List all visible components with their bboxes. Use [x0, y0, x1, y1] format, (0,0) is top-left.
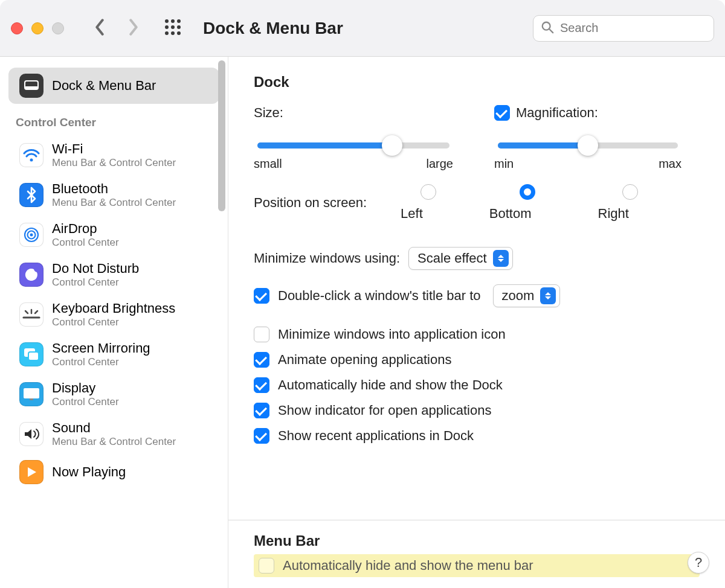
sidebar-item-sound[interactable]: SoundMenu Bar & Control Center	[8, 414, 219, 454]
size-max-label: large	[427, 157, 453, 171]
radio-option-bottom[interactable]: Bottom	[489, 184, 566, 222]
sidebar: Dock & Menu Bar Control Center Wi-FiMenu…	[0, 57, 228, 588]
screen-mirroring-icon	[19, 342, 44, 366]
main-panel: Dock Size: small large	[228, 57, 725, 588]
dock-menubar-icon	[19, 74, 44, 98]
dock-option-row: Animate opening applications	[254, 352, 700, 368]
svg-point-4	[171, 25, 175, 29]
sidebar-item-screen-mirroring[interactable]: Screen MirroringControl Center	[8, 334, 219, 374]
svg-point-1	[171, 19, 175, 23]
sidebar-item-bluetooth[interactable]: BluetoothMenu Bar & Control Center	[8, 175, 219, 215]
radio-bottom[interactable]	[520, 184, 535, 200]
sidebar-item-airdrop[interactable]: AirDropControl Center	[8, 215, 219, 255]
minimize-effect-dropdown[interactable]: Scale effect	[408, 247, 513, 270]
search-text[interactable]	[560, 21, 706, 35]
radio-right[interactable]	[622, 184, 638, 200]
forward-icon[interactable]	[127, 19, 140, 38]
svg-point-0	[165, 19, 169, 23]
magnification-slider-thumb[interactable]	[578, 135, 598, 156]
sidebar-item-sublabel: Menu Bar & Control Center	[52, 157, 176, 169]
svg-point-16	[30, 234, 33, 237]
size-slider[interactable]	[257, 142, 450, 149]
dock-section-title: Dock	[254, 74, 700, 91]
position-label: Position on screen:	[254, 195, 367, 211]
sidebar-item-dock-menubar[interactable]: Dock & Menu Bar	[8, 68, 219, 104]
help-button[interactable]: ?	[688, 552, 709, 574]
svg-point-2	[177, 19, 181, 23]
svg-point-13	[30, 159, 33, 162]
magnification-slider-group: Magnification: min max	[494, 105, 682, 171]
magnification-label: Magnification:	[516, 105, 598, 121]
now-playing-icon	[19, 460, 44, 484]
radio-left[interactable]	[420, 184, 436, 200]
dock-option-label: Animate opening applications	[278, 352, 451, 368]
sidebar-item-label: Bluetooth	[52, 181, 176, 197]
auto-hide-menubar-checkbox[interactable]	[259, 558, 274, 574]
page-title: Dock & Menu Bar	[203, 19, 343, 38]
dock-option-row: Automatically hide and show the Dock	[254, 377, 700, 393]
titlebar-action-value: zoom	[502, 288, 535, 304]
dock-option-row: Minimize windows into application icon	[254, 327, 700, 342]
svg-point-5	[177, 25, 181, 29]
size-min-label: small	[254, 157, 282, 171]
magnification-slider[interactable]	[498, 142, 678, 149]
preferences-window: Dock & Menu Bar Dock & Menu Bar Control …	[0, 0, 725, 588]
radio-label: Bottom	[489, 206, 532, 222]
dock-option-checkbox[interactable]	[254, 377, 269, 393]
sidebar-group-label: Control Center	[8, 104, 219, 135]
auto-hide-menubar-row: Automatically hide and show the menu bar	[254, 554, 700, 577]
dock-option-checkbox[interactable]	[254, 352, 269, 368]
zoom-icon[interactable]	[52, 22, 64, 34]
sidebar-item-label: Screen Mirroring	[52, 340, 150, 356]
minimize-windows-label: Minimize windows using:	[254, 251, 400, 266]
svg-line-19	[35, 311, 37, 313]
minimize-icon[interactable]	[31, 22, 44, 34]
sidebar-item-display[interactable]: DisplayControl Center	[8, 374, 219, 414]
scrollbar[interactable]	[218, 60, 225, 211]
magnification-checkbox[interactable]	[494, 105, 510, 121]
window-controls	[11, 22, 64, 34]
dock-option-label: Minimize windows into application icon	[278, 327, 506, 342]
sidebar-item-sublabel: Menu Bar & Control Center	[52, 197, 176, 209]
show-all-icon[interactable]	[164, 19, 181, 38]
menubar-section-title: Menu Bar	[254, 532, 700, 549]
titlebar-action-dropdown[interactable]: zoom	[493, 284, 561, 307]
sound-icon	[19, 422, 44, 446]
dock-option-checkbox[interactable]	[254, 428, 269, 444]
help-icon: ?	[695, 555, 702, 570]
dock-option-label: Automatically hide and show the Dock	[278, 377, 503, 393]
close-icon[interactable]	[11, 22, 23, 34]
titlebar-doubleclick-checkbox[interactable]	[254, 288, 269, 304]
dock-option-checkbox[interactable]	[254, 403, 269, 418]
mag-min-label: min	[494, 157, 514, 171]
svg-rect-22	[28, 352, 39, 360]
dock-option-label: Show recent applications in Dock	[278, 428, 474, 444]
back-icon[interactable]	[93, 19, 106, 38]
svg-line-18	[25, 311, 28, 313]
bluetooth-icon	[19, 183, 44, 207]
radio-option-right[interactable]: Right	[598, 184, 663, 222]
titlebar-doubleclick-row: Double-click a window's title bar to zoo…	[254, 284, 700, 307]
radio-label: Right	[598, 206, 629, 222]
toolbar: Dock & Menu Bar	[0, 0, 725, 57]
sidebar-item-now-playing[interactable]: Now Playing	[8, 454, 219, 490]
size-slider-thumb[interactable]	[382, 135, 402, 156]
minimize-effect-value: Scale effect	[417, 251, 487, 266]
svg-point-6	[165, 31, 169, 35]
sidebar-item-label: Sound	[52, 420, 176, 436]
sidebar-item-label: Dock & Menu Bar	[52, 78, 156, 94]
radio-option-left[interactable]: Left	[401, 184, 457, 222]
sidebar-item-keyboard-brightness[interactable]: Keyboard BrightnessControl Center	[8, 295, 219, 334]
svg-point-3	[165, 25, 169, 29]
sidebar-item-do-not-disturb[interactable]: Do Not DisturbControl Center	[8, 255, 219, 295]
sidebar-item-wi-fi[interactable]: Wi-FiMenu Bar & Control Center	[8, 135, 219, 175]
dock-option-checkbox[interactable]	[254, 327, 269, 342]
sidebar-item-sublabel: Control Center	[52, 237, 119, 249]
titlebar-doubleclick-label: Double-click a window's title bar to	[278, 288, 481, 304]
svg-rect-12	[25, 86, 38, 89]
keyboard-brightness-icon	[19, 302, 44, 327]
sidebar-item-sublabel: Control Center	[52, 276, 139, 289]
search-input[interactable]	[533, 15, 714, 42]
dock-option-row: Show indicator for open applications	[254, 403, 700, 418]
svg-rect-23	[24, 388, 39, 398]
